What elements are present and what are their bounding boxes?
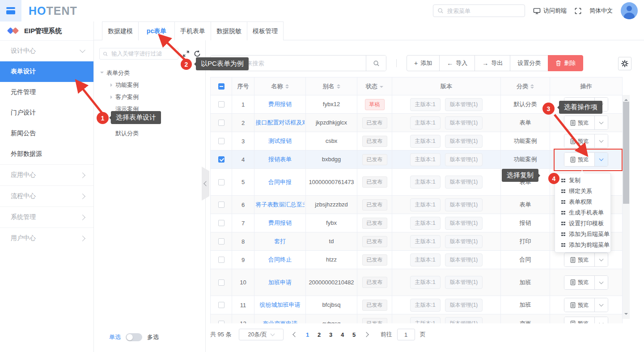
scrollbar-thumb[interactable] — [623, 102, 629, 204]
table-row[interactable]: 9 合同终止 htzz 已发布 主版本:1 版本管理(1) 合同 预览 — [211, 251, 622, 269]
page-number[interactable]: 5 — [349, 331, 359, 338]
tree-filter-box[interactable] — [99, 48, 178, 60]
menu-search-input[interactable] — [446, 7, 521, 15]
table-row[interactable]: 3 测试报销 csbx 已发布 主版本:1 版本管理(1) 功能案例 预览 — [211, 132, 622, 150]
sidebar-item[interactable]: 设计中心 — [0, 41, 93, 61]
tab-data-modeling[interactable]: 数据建模 — [102, 21, 139, 40]
row-checkbox[interactable] — [218, 202, 225, 208]
preview-dropdown-toggle[interactable] — [594, 153, 608, 166]
form-name-link[interactable]: 费用报销 — [268, 219, 292, 227]
list-search-input[interactable] — [211, 56, 366, 71]
row-checkbox[interactable] — [218, 138, 225, 144]
row-checkbox[interactable] — [218, 279, 225, 286]
form-name-link[interactable]: 将子表数据汇总至主 — [256, 201, 305, 209]
preview-button[interactable]: 预览 — [564, 134, 594, 148]
preview-button[interactable]: 预览 — [564, 98, 594, 111]
sidebar-item[interactable]: 用户中心 — [0, 228, 93, 249]
version-manage-button[interactable]: 版本管理(1) — [445, 217, 483, 230]
multi-select-label[interactable]: 多选 — [147, 333, 159, 341]
preview-button[interactable]: 预览 — [564, 317, 594, 324]
menu-search-box[interactable] — [433, 4, 525, 17]
row-checkbox[interactable] — [218, 302, 225, 308]
scroll-down-arrow-icon[interactable] — [624, 313, 628, 317]
sidebar-item[interactable]: 新闻公告 — [0, 123, 93, 144]
page-number[interactable]: 2 — [314, 331, 324, 338]
row-checkbox[interactable] — [218, 120, 225, 126]
version-manage-button[interactable]: 版本管理(1) — [445, 198, 483, 211]
table-row[interactable]: 12 产业变更申请 cybgsq 已发布 主版本:1 版本管理(1) 变更 预览 — [211, 314, 622, 323]
dropdown-menu-item[interactable]: 设置打印模板 — [555, 218, 610, 229]
main-version-button[interactable]: 主版本:1 — [410, 317, 441, 323]
main-version-button[interactable]: 主版本:1 — [410, 276, 441, 289]
row-checkbox[interactable] — [218, 257, 225, 263]
version-manage-button[interactable]: 版本管理(1) — [445, 235, 483, 248]
version-manage-button[interactable]: 版本管理(1) — [445, 176, 483, 189]
toolbar-button[interactable]: ← 导入 — [439, 55, 475, 71]
tree-caret-icon[interactable] — [109, 95, 115, 99]
preview-button[interactable]: 预览 — [564, 298, 594, 312]
main-version-button[interactable]: 主版本:1 — [410, 198, 441, 211]
table-row[interactable]: 4 报销表单 bxbdgg 已发布 主版本:1 版本管理(1) 功能案例 预览 — [211, 150, 622, 169]
preview-dropdown-toggle[interactable] — [594, 298, 608, 312]
main-version-button[interactable]: 主版本:1 — [410, 116, 441, 129]
table-row[interactable]: 1 费用报销 fybx12 草稿 主版本:1 版本管理(1) 默认分类 预览 — [211, 95, 622, 114]
preview-dropdown-toggle[interactable] — [594, 253, 608, 266]
sidebar-item[interactable]: 表单设计 — [0, 61, 93, 82]
toolbar-button[interactable]: → 导出 — [475, 55, 510, 71]
next-page-button[interactable] — [363, 331, 371, 339]
sidebar-item[interactable]: 应用中心 — [0, 165, 93, 185]
sort-icons[interactable] — [530, 82, 534, 90]
version-manage-button[interactable]: 版本管理(1) — [445, 299, 483, 312]
preview-dropdown-toggle[interactable] — [594, 134, 608, 148]
sidebar-item[interactable]: 外部数据源 — [0, 144, 93, 164]
form-name-link[interactable]: 套打 — [274, 237, 286, 245]
version-manage-button[interactable]: 版本管理(1) — [445, 153, 483, 166]
main-version-button[interactable]: 主版本:1 — [410, 98, 441, 111]
preview-dropdown-toggle[interactable] — [594, 317, 608, 324]
preview-dropdown-toggle[interactable] — [594, 276, 608, 289]
version-manage-button[interactable]: 版本管理(1) — [445, 253, 483, 266]
dropdown-menu-item[interactable]: 添加为后端菜单 — [555, 229, 610, 240]
dropdown-menu-item[interactable]: 生成手机表单 — [555, 207, 610, 218]
row-checkbox[interactable] — [218, 321, 225, 324]
main-version-button[interactable]: 主版本:1 — [410, 253, 441, 266]
page-number[interactable]: 3 — [326, 331, 336, 338]
toolbar-button[interactable]: + 添加 — [407, 55, 440, 71]
form-name-link[interactable]: 合同申报 — [268, 178, 292, 186]
page-number[interactable]: 4 — [338, 331, 347, 338]
dropdown-menu-item[interactable]: 复制 — [555, 175, 610, 186]
fullscreen-icon[interactable] — [575, 8, 581, 14]
form-name-link[interactable]: 缤纷城加班申请 — [260, 301, 301, 309]
form-name-link[interactable]: 报销表单 — [268, 155, 292, 163]
sidebar-item[interactable]: 流程中心 — [0, 186, 93, 206]
row-checkbox[interactable] — [218, 238, 225, 245]
language-switch[interactable]: 简体中文 — [589, 7, 613, 15]
version-manage-button[interactable]: 版本管理(1) — [445, 98, 483, 111]
tab-mobile-form[interactable]: 手机表单 — [174, 21, 211, 40]
column-header-category[interactable]: 分类 — [501, 77, 550, 95]
panel-collapse-handle[interactable] — [202, 167, 209, 201]
goto-page-input[interactable] — [397, 329, 415, 340]
preview-dropdown-toggle[interactable] — [594, 98, 608, 111]
table-settings-button[interactable] — [618, 57, 631, 70]
preview-button[interactable]: 预览 — [564, 276, 594, 289]
select-mode-toggle[interactable] — [126, 333, 142, 341]
form-name-link[interactable]: 费用报销 — [268, 100, 292, 108]
tree-filter-input[interactable] — [110, 50, 175, 57]
toolbar-button[interactable]: 设置分类 — [510, 55, 548, 71]
sort-icons[interactable] — [337, 82, 340, 90]
toolbar-button[interactable]: 删除 — [548, 55, 583, 71]
tab-template-manage[interactable]: 模板管理 — [247, 21, 284, 40]
dropdown-menu-item[interactable]: 表单权限 — [555, 197, 610, 207]
form-name-link[interactable]: 产业变更申请 — [263, 320, 297, 324]
tree-node[interactable]: 表单分类 — [94, 67, 205, 79]
tree-node[interactable]: 功能案例 — [94, 79, 205, 91]
preview-button[interactable]: 预览 — [564, 253, 594, 266]
tree-node[interactable]: 演示案例 — [94, 103, 205, 115]
preview-button[interactable]: 预览 — [564, 153, 594, 166]
dropdown-menu-item[interactable]: 添加为前端菜单 — [555, 240, 610, 250]
column-header-name[interactable]: 名称 — [254, 77, 306, 95]
list-search-box[interactable] — [210, 55, 386, 71]
main-version-button[interactable]: 主版本:1 — [410, 217, 441, 230]
tab-data-masking[interactable]: 数据脱敏 — [211, 21, 247, 40]
